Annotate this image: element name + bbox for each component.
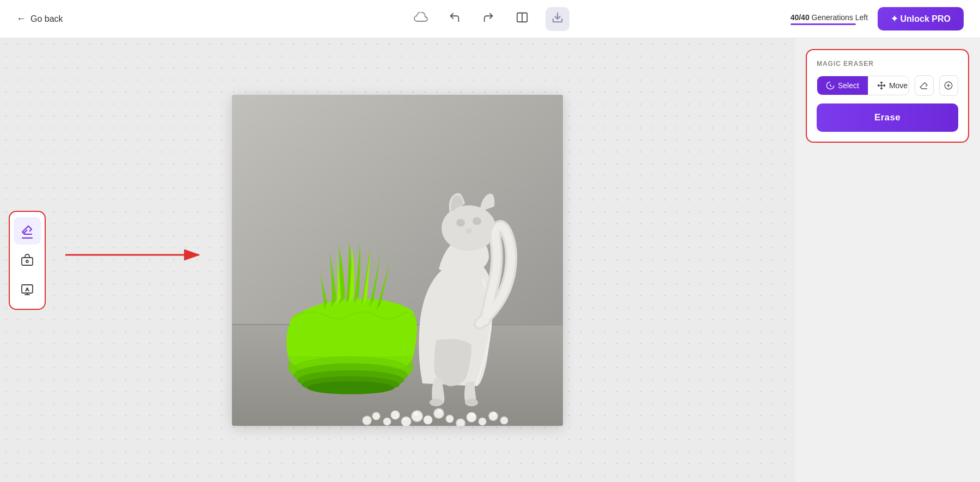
- svg-point-23: [473, 217, 481, 225]
- download-button[interactable]: [546, 7, 569, 31]
- svg-point-20: [307, 381, 394, 394]
- generations-bar: [791, 23, 856, 25]
- download-icon: [552, 11, 564, 27]
- main-area: MAGIC ERASER Select Move: [0, 38, 980, 482]
- svg-point-41: [414, 412, 418, 416]
- svg-point-22: [456, 219, 465, 227]
- plus-circle-icon: [944, 81, 953, 90]
- svg-point-45: [493, 412, 496, 415]
- svg-rect-3: [22, 258, 33, 265]
- erase-button[interactable]: Erase: [817, 103, 958, 132]
- redo-icon: [482, 11, 494, 26]
- header-center-tools: [411, 7, 569, 31]
- svg-point-43: [439, 410, 442, 412]
- eraser-icon: [919, 81, 929, 90]
- undo-button[interactable]: [444, 9, 465, 29]
- select-move-group: Select Move: [817, 76, 909, 95]
- move-option-button[interactable]: Move: [868, 76, 909, 95]
- left-sidebar: [9, 211, 46, 310]
- cloud-button[interactable]: [411, 9, 431, 29]
- magic-eraser-panel: MAGIC ERASER Select Move: [806, 49, 969, 143]
- svg-point-34: [456, 419, 465, 426]
- svg-point-38: [500, 417, 508, 424]
- bag-tool-button[interactable]: [14, 247, 41, 274]
- move-label: Move: [889, 81, 908, 90]
- add-circle-icon-button[interactable]: [939, 75, 958, 96]
- generations-counter: 40/40 Generations Left: [791, 13, 868, 25]
- header: ← Go back: [0, 0, 980, 38]
- tool-row: Select Move: [817, 75, 958, 96]
- scene-svg: [232, 95, 563, 426]
- svg-rect-11: [232, 95, 563, 324]
- canvas-area: [0, 38, 795, 482]
- svg-point-39: [372, 412, 380, 420]
- unlock-pro-button[interactable]: ✦ Unlock PRO: [878, 7, 964, 30]
- screen-tool-button[interactable]: [14, 276, 41, 303]
- svg-point-25: [430, 399, 443, 406]
- go-back-button[interactable]: ← Go back: [16, 13, 63, 25]
- svg-point-24: [465, 228, 472, 234]
- redo-button[interactable]: [478, 9, 499, 29]
- eraser-tool-button[interactable]: [14, 217, 41, 245]
- go-back-label: Go back: [30, 14, 63, 24]
- compare-icon: [516, 11, 528, 26]
- cloud-icon: [414, 12, 428, 26]
- svg-point-36: [479, 418, 486, 425]
- undo-icon: [449, 11, 461, 26]
- active-tool-indicator: [22, 237, 33, 239]
- magic-eraser-title: MAGIC ERASER: [817, 60, 958, 68]
- svg-point-31: [391, 411, 400, 419]
- select-label: Select: [838, 81, 859, 90]
- svg-point-33: [446, 415, 454, 423]
- svg-point-28: [401, 417, 411, 426]
- svg-point-40: [363, 416, 371, 425]
- svg-point-32: [383, 418, 391, 425]
- compare-button[interactable]: [512, 9, 532, 29]
- main-image-canvas: [232, 95, 563, 426]
- erase-label: Erase: [874, 112, 901, 123]
- arrow-left-icon: ←: [16, 13, 26, 25]
- svg-point-44: [471, 413, 474, 417]
- svg-point-4: [26, 260, 28, 263]
- svg-point-26: [465, 399, 478, 406]
- generations-label: Generations Left: [812, 13, 868, 22]
- select-icon: [826, 81, 835, 90]
- header-right: 40/40 Generations Left ✦ Unlock PRO: [791, 7, 964, 30]
- svg-point-27: [412, 411, 422, 422]
- unlock-pro-label: ✦ Unlock PRO: [891, 14, 951, 24]
- select-option-button[interactable]: Select: [817, 76, 868, 95]
- generations-display: 40/40: [791, 13, 810, 22]
- eraser-icon-button[interactable]: [915, 75, 934, 96]
- svg-point-29: [424, 416, 432, 424]
- svg-point-37: [489, 412, 498, 420]
- svg-point-35: [467, 412, 476, 422]
- generations-bar-fill: [791, 23, 856, 25]
- svg-point-30: [434, 408, 444, 418]
- right-panel: MAGIC ERASER Select Move: [795, 38, 980, 482]
- move-icon: [877, 81, 886, 90]
- red-arrow: [65, 239, 207, 271]
- svg-point-42: [404, 418, 407, 420]
